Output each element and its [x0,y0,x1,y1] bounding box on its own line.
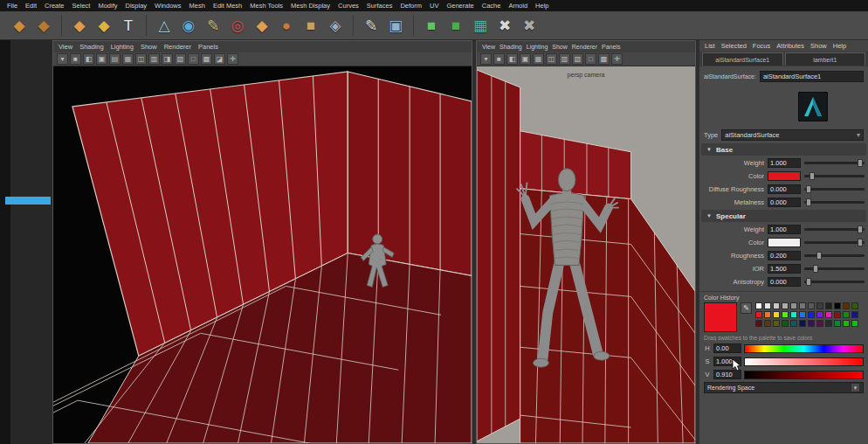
attr-value-field[interactable]: 0.000 [768,277,801,287]
loft-icon[interactable]: △ [154,15,175,36]
menu-cache[interactable]: Cache [482,2,501,10]
resolution-gate-icon[interactable]: ✛ [227,53,238,65]
palette-swatch[interactable] [764,311,771,318]
slider-handle[interactable] [858,159,863,167]
viewplane-snap-icon[interactable]: ▤ [109,53,121,65]
attr-value-field[interactable]: 0.200 [768,251,801,260]
palette-swatch[interactable] [834,320,841,327]
shadow-icon[interactable]: ▩ [598,53,610,65]
menu-mesh[interactable]: Mesh [189,2,205,10]
vp-menu-view[interactable]: View [482,44,495,50]
text-tool-icon[interactable]: T [118,15,139,36]
palette-swatch[interactable] [843,311,850,318]
vp-menu-show[interactable]: Show [141,43,157,51]
tab-ai-standard-surface[interactable]: aiStandardSurface1 [702,52,783,66]
xray-icon[interactable]: ✛ [611,53,623,65]
attr-value-field[interactable]: 1.500 [768,264,801,274]
palette-swatch[interactable] [790,320,797,327]
palette-swatch[interactable] [825,311,832,318]
textured-mode-icon[interactable]: ▧ [175,53,186,65]
node-name-field[interactable]: aiStandardSurface1 [760,71,864,82]
vp-menu-lighting[interactable]: Lighting [111,43,134,51]
xray-icon[interactable]: ◪ [214,53,225,65]
attr-value-field[interactable]: 0.000 [768,198,801,207]
section-base[interactable]: ▼ Base [701,143,866,156]
menu-file[interactable]: File [7,2,17,10]
base-color-swatch[interactable] [768,171,801,181]
render-view-icon[interactable]: ◎ [227,15,248,36]
attr-value-field[interactable]: 1.000 [768,225,801,234]
tab-lambert[interactable]: lambert1 [785,52,866,66]
palette-swatch[interactable] [825,320,832,327]
wireframe-mode-icon[interactable]: ◫ [546,53,557,65]
palette-swatch[interactable] [808,302,815,309]
curve-snap-icon[interactable]: ◧ [506,53,518,65]
vp-menu-shading[interactable]: Shading [79,43,104,51]
slider-handle[interactable] [858,239,863,246]
bevel-icon[interactable]: ◆ [251,15,272,36]
attr-slider[interactable] [804,267,865,270]
palette-swatch[interactable] [755,302,762,309]
ae-menu-list[interactable]: List [705,42,715,50]
menu-select[interactable]: Select [72,2,91,10]
uv-editor-icon[interactable]: ▣ [385,15,406,36]
viewport-3d-canvas[interactable] [53,66,472,443]
hue-gradient-slider[interactable] [744,344,864,353]
vp-menu-show[interactable]: Show [552,44,568,50]
ae-menu-focus[interactable]: Focus [753,42,770,50]
palette-swatch[interactable] [825,302,832,309]
attr-value-field[interactable]: 0.000 [768,184,801,194]
vp-menu-renderer[interactable]: Renderer [164,43,191,51]
camera-lock-icon[interactable]: ▦ [122,53,134,65]
textured-mode-icon[interactable]: ▧ [572,53,583,65]
wireframe-mode-icon[interactable]: ▥ [148,53,160,65]
section-specular[interactable]: ▼ Specular [701,210,866,222]
pivot-icon[interactable]: ▾ [480,53,492,65]
menu-help[interactable]: Help [535,2,548,10]
menu-edit[interactable]: Edit [25,2,37,10]
point-snap-icon[interactable]: ▣ [96,53,107,65]
palette-swatch[interactable] [782,302,789,309]
slider-handle[interactable] [809,172,815,180]
palette-swatch[interactable] [764,320,771,327]
value-gradient-slider[interactable] [744,371,864,379]
palette-swatch[interactable] [755,320,762,327]
palette-swatch[interactable] [755,311,762,318]
vp-menu-panels[interactable]: Panels [198,43,218,51]
camera-lock-icon[interactable]: ▦ [533,53,544,65]
current-color-swatch[interactable] [704,302,737,332]
shaded-mode-icon[interactable]: ▥ [559,53,570,65]
nurbs-circle-icon[interactable]: ◆ [9,15,30,36]
collapse-triangle-icon[interactable]: ▼ [706,147,712,152]
palette-swatch[interactable] [834,302,841,309]
palette-swatch[interactable] [851,320,858,327]
vp-menu-renderer[interactable]: Renderer [572,44,597,50]
slider-handle[interactable] [816,252,822,260]
left-dock-panel[interactable] [10,40,52,444]
lattice-icon[interactable]: ◈ [325,15,346,36]
palette-swatch[interactable] [851,311,858,318]
pencil-curve-icon[interactable]: ◆ [93,15,114,36]
attr-slider[interactable] [804,162,865,164]
ae-menu-show[interactable]: Show [810,42,827,50]
sculpt-tool-icon[interactable]: ✎ [361,15,382,36]
attr-slider[interactable] [804,281,865,283]
palette-swatch[interactable] [773,311,780,318]
menu-uv[interactable]: UV [430,2,438,10]
menu-curves[interactable]: Curves [338,2,359,10]
nurbs-square-icon[interactable]: ◆ [33,15,54,36]
vp-menu-lighting[interactable]: Lighting [527,44,548,50]
delete-history-icon[interactable]: ✖ [494,15,515,36]
poly-cube-icon[interactable]: ■ [300,15,321,36]
menu-surfaces[interactable]: Surfaces [367,2,393,10]
attr-slider[interactable] [804,175,865,177]
shaded-mode-icon[interactable]: ◨ [162,53,173,65]
snap-magnet-icon[interactable]: ◉ [178,15,199,36]
point-snap-icon[interactable]: ▣ [520,53,531,65]
slider-handle[interactable] [813,265,818,273]
palette-swatch[interactable] [816,302,823,309]
palette-swatch[interactable] [773,320,780,327]
palette-swatch[interactable] [773,302,780,309]
vp-menu-shading[interactable]: Shading [499,44,522,50]
slider-handle[interactable] [806,198,811,206]
